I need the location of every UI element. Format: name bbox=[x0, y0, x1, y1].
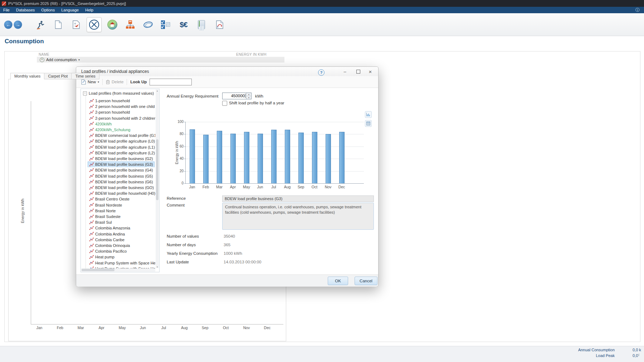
tree-item[interactable]: BDEW commercial load profile (G1) bbox=[88, 133, 155, 138]
profile-chart-icon bbox=[89, 255, 94, 259]
menu-file[interactable]: File bbox=[0, 7, 13, 13]
spin-up-icon[interactable]: ▲ bbox=[247, 93, 251, 96]
spin-down-icon[interactable]: ▼ bbox=[247, 96, 251, 99]
tree-item[interactable]: BDEW load profile business (G4) bbox=[88, 167, 155, 173]
tree-item[interactable]: Colombia Orinoquia bbox=[88, 243, 155, 248]
tree-item[interactable]: BDEW load profile business (G2) bbox=[88, 156, 155, 162]
3d-design-button[interactable] bbox=[107, 20, 117, 30]
scrollbar-thumb[interactable] bbox=[82, 269, 114, 271]
tree-item[interactable]: 2-person household bbox=[88, 109, 155, 115]
tree-item[interactable]: Colombia Andina bbox=[88, 231, 155, 237]
y-tick-mark bbox=[184, 159, 186, 159]
scroll-down-icon[interactable]: ▾ bbox=[156, 266, 159, 268]
add-consumption-button[interactable]: + Add consumption ▾ bbox=[37, 57, 284, 63]
tree-item[interactable]: BDEW load profile business (GO) bbox=[88, 185, 155, 190]
nav-forward-button[interactable]: → bbox=[14, 20, 22, 29]
tree-item[interactable]: Heat pump bbox=[88, 254, 155, 260]
spinner-arrows[interactable]: ▲▼ bbox=[246, 93, 251, 99]
tree-item[interactable]: 1-person household bbox=[88, 98, 155, 104]
tree-item[interactable]: BDEW load profile agriculture (L1) bbox=[88, 144, 155, 150]
comment-field[interactable]: Continual business operation, i.e. cold … bbox=[222, 203, 374, 230]
new-profile-button[interactable]: New ▾ bbox=[81, 79, 99, 85]
profile-chart-icon bbox=[89, 168, 94, 172]
info-icon[interactable]: ⓘ bbox=[635, 7, 640, 13]
dialog-maximize-button[interactable] bbox=[353, 68, 363, 75]
tree-vertical-scrollbar[interactable]: ▴ ▾ bbox=[156, 89, 159, 268]
tab-time-series[interactable]: Time series bbox=[71, 73, 99, 79]
tree-item[interactable]: Colombia Pacifico bbox=[88, 248, 155, 254]
delete-profile-button[interactable]: Delete bbox=[106, 80, 123, 84]
menu-options[interactable]: Options bbox=[38, 7, 58, 13]
financial-analysis-button[interactable]: $€ bbox=[180, 20, 187, 29]
tree-item-label: BDEW load profile agriculture (L1) bbox=[95, 145, 155, 149]
tab-monthly-values[interactable]: Monthly values bbox=[10, 73, 44, 80]
tree-item[interactable]: BDEW load profile household (H0) bbox=[88, 190, 155, 196]
menu-databases[interactable]: Databases bbox=[13, 7, 38, 13]
tree-root[interactable]: − Load profiles (from measured values) bbox=[83, 91, 154, 95]
load-profiles-dialog: Load profiles / individual appliances – … bbox=[76, 66, 379, 287]
profile-chart-icon bbox=[89, 244, 94, 248]
app-window: { "window": {"title": "PV*SOL premium 20… bbox=[0, 0, 644, 362]
ok-button[interactable]: OK bbox=[328, 277, 348, 285]
lookup-label: Look Up bbox=[130, 80, 147, 84]
report-button[interactable] bbox=[216, 20, 223, 29]
tree-item[interactable]: Colombia Amazonia bbox=[88, 225, 155, 231]
dialog-minimize-button[interactable]: – bbox=[340, 68, 350, 75]
open-document-icon bbox=[73, 20, 80, 29]
new-document-icon bbox=[81, 79, 86, 85]
background-chart-months: JanFebMarAprMayJunJulAugSepOctNovDec bbox=[31, 326, 283, 331]
x-tick-label: Oct bbox=[308, 185, 321, 189]
dialog-close-button[interactable]: × bbox=[365, 68, 375, 75]
tree-item[interactable]: BDEW load profile agriculture (L0) bbox=[88, 138, 155, 144]
tree-item-label: Colombia Orinoquia bbox=[95, 243, 130, 248]
tree-item[interactable]: Brasil Norte bbox=[88, 208, 155, 214]
tree-item[interactable]: Brasil Sul bbox=[88, 219, 155, 225]
bg-month-label: Mar bbox=[74, 326, 88, 330]
tree-item[interactable]: 4200kWh_Schulung bbox=[88, 127, 155, 133]
calculator-button[interactable] bbox=[198, 20, 205, 29]
tab-carpet-plot[interactable]: Carpet Plot bbox=[44, 73, 71, 79]
bar-dec bbox=[339, 132, 345, 183]
nav-back-button[interactable]: ← bbox=[4, 20, 13, 29]
tree-item[interactable]: Brasil Sudeste bbox=[88, 214, 155, 219]
menu-language[interactable]: Language bbox=[58, 7, 82, 13]
tree-item[interactable]: 2 person household with one child bbox=[88, 104, 155, 109]
inverter-config-button[interactable] bbox=[161, 20, 171, 29]
tree-item[interactable]: Heat Pump System with Space Heating (air… bbox=[88, 260, 155, 266]
tree-item[interactable]: BDEW load profile agriculture (L2) bbox=[88, 150, 155, 156]
tree-item[interactable]: BDEW load profile business (G5) bbox=[88, 173, 155, 179]
menu-help[interactable]: Help bbox=[82, 7, 97, 13]
tree-item[interactable]: Brasil Centro Oeste bbox=[88, 196, 155, 202]
lookup-input[interactable] bbox=[150, 79, 192, 85]
help-button[interactable]: ? bbox=[318, 69, 325, 76]
cancel-button[interactable]: Cancel bbox=[355, 277, 377, 285]
shift-profile-checkbox[interactable] bbox=[222, 101, 227, 106]
copy-table-button[interactable] bbox=[365, 120, 372, 127]
open-project-button[interactable] bbox=[73, 20, 80, 29]
annual-energy-input[interactable]: 450000 ▲▼ bbox=[222, 93, 252, 99]
tree-item[interactable]: Colombia Caribe bbox=[88, 237, 155, 243]
tree-item[interactable]: BDEW load profile business (G6) bbox=[88, 179, 155, 185]
profile-chart-icon bbox=[89, 180, 94, 184]
window-titlebar: PV*SOL premium 2025 (R8) - [PVSOL_Gewerb… bbox=[0, 0, 644, 7]
cabling-button[interactable] bbox=[143, 20, 153, 29]
tree-item[interactable]: BDEW load profile business (G3) bbox=[88, 162, 155, 167]
tree-item[interactable]: Brasil Nordeste bbox=[88, 202, 155, 208]
system-diagram-button[interactable] bbox=[126, 20, 135, 29]
scrollbar-thumb[interactable] bbox=[156, 139, 158, 200]
consumption-button[interactable] bbox=[87, 17, 102, 32]
quick-start-button[interactable] bbox=[35, 20, 45, 29]
column-header-name: NAME bbox=[39, 53, 49, 56]
menu-bar: File Databases Options Language Help ⓘ bbox=[0, 7, 644, 13]
tree-item-label: BDEW load profile household (H0) bbox=[95, 191, 155, 195]
cable-loop-icon bbox=[143, 20, 153, 29]
tree-horizontal-scrollbar[interactable] bbox=[81, 268, 155, 272]
scroll-up-icon[interactable]: ▴ bbox=[156, 89, 159, 92]
new-project-button[interactable] bbox=[55, 20, 62, 29]
copy-chart-button[interactable] bbox=[365, 111, 372, 118]
tree-item[interactable]: 2-person household with 2 children bbox=[88, 115, 155, 121]
collapse-icon[interactable]: − bbox=[83, 91, 87, 95]
profile-chart-icon bbox=[89, 163, 94, 167]
profile-chart-icon bbox=[89, 215, 94, 219]
tree-item[interactable]: 4200kWh bbox=[88, 121, 155, 127]
